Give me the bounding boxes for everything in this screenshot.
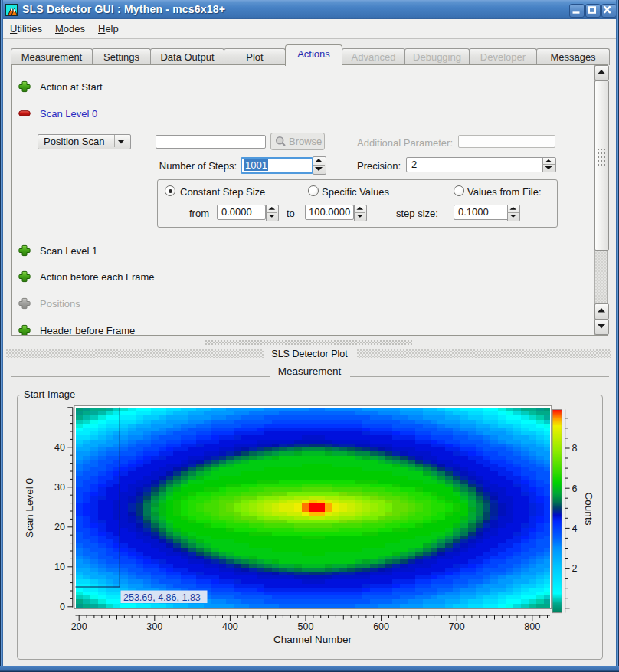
svg-text:Scan Level 0: Scan Level 0 — [24, 478, 35, 538]
svg-text:700: 700 — [449, 621, 465, 632]
svg-text:500: 500 — [298, 621, 314, 632]
svg-text:400: 400 — [222, 621, 238, 632]
svg-text:30: 30 — [54, 482, 65, 493]
svg-text:200: 200 — [71, 621, 87, 632]
svg-text:253.69, 4.86, 1.83: 253.69, 4.86, 1.83 — [123, 592, 201, 603]
svg-text:0: 0 — [60, 602, 65, 612]
svg-text:10: 10 — [54, 562, 65, 572]
svg-text:Counts: Counts — [583, 493, 594, 526]
svg-text:20: 20 — [54, 522, 65, 533]
svg-text:4: 4 — [572, 523, 578, 534]
svg-text:40: 40 — [54, 442, 65, 453]
svg-text:2: 2 — [572, 563, 578, 574]
svg-text:6: 6 — [572, 484, 578, 494]
svg-text:800: 800 — [524, 621, 540, 632]
svg-text:600: 600 — [373, 621, 389, 632]
svg-text:8: 8 — [572, 443, 578, 454]
svg-text:300: 300 — [146, 621, 162, 632]
svg-text:Channel Number: Channel Number — [273, 634, 352, 645]
